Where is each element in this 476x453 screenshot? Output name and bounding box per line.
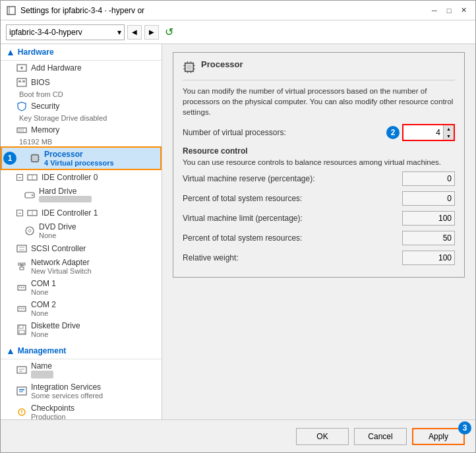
cpu-icon: [30, 153, 40, 164]
management-label: Management: [18, 346, 66, 355]
processor-sub: 4 Virtual processors: [44, 159, 114, 167]
integration-label: Integration Services: [31, 382, 103, 392]
hard-drive-sub: [39, 196, 92, 204]
sidebar-item-scsi[interactable]: SCSI Controller: [1, 241, 162, 256]
relative-weight-input[interactable]: [402, 251, 455, 265]
maximize-button[interactable]: □: [442, 4, 456, 17]
security-label: Security: [31, 102, 59, 111]
vm-reserve-input[interactable]: [402, 171, 455, 186]
network-sub: New Virtual Switch: [31, 267, 92, 275]
ide1-expand-icon: −: [16, 210, 23, 216]
close-button[interactable]: ✕: [457, 4, 470, 17]
nav-forward-button[interactable]: ▶: [144, 25, 159, 40]
com2-icon: [16, 303, 27, 314]
cpu-section-icon: [183, 61, 196, 74]
sidebar-item-security[interactable]: Security: [1, 99, 162, 113]
sidebar-item-com2[interactable]: COM 2 None: [1, 298, 162, 319]
checkpoints-sub: Production: [31, 413, 74, 419]
resource-control-desc: You can use resource controls to balance…: [183, 158, 455, 166]
svg-rect-50: [17, 367, 26, 373]
virtual-processors-row: Number of virtual processors: 2 ▲ ▼: [183, 124, 455, 141]
apply-wrapper: 3 Apply: [412, 428, 465, 445]
sidebar-item-ide0[interactable]: − IDE Controller 0: [1, 170, 162, 185]
title-bar: Settings for ipfabric-3-4 · -hyperv or ─…: [1, 1, 475, 20]
svg-point-41: [21, 287, 22, 288]
sidebar-item-dvd[interactable]: DVD Drive None: [1, 220, 162, 241]
sidebar-item-network[interactable]: Network Adapter New Virtual Switch: [1, 256, 162, 277]
hardware-expand-icon: ▲: [6, 47, 15, 57]
sidebar-item-ide1[interactable]: − IDE Controller 1: [1, 206, 162, 220]
sidebar-item-diskette[interactable]: Diskette Drive None: [1, 319, 162, 340]
svg-rect-8: [17, 128, 26, 133]
apply-badge: 3: [458, 421, 471, 435]
diskette-label: Diskette Drive: [31, 321, 80, 330]
com1-icon: [16, 282, 27, 293]
minimize-button[interactable]: ─: [428, 4, 441, 17]
ide1-icon: [27, 208, 38, 218]
pct-total-2-row: Percent of total system resources:: [183, 231, 455, 245]
floppy-icon: [16, 324, 27, 335]
vm-limit-input[interactable]: [402, 211, 455, 226]
title-bar-buttons: ─ □ ✕: [428, 4, 470, 17]
processor-description: You can modify the number of virtual pro…: [183, 86, 455, 117]
nav-back-button[interactable]: ◀: [127, 25, 142, 40]
sidebar-item-hard-drive[interactable]: Hard Drive: [1, 185, 162, 206]
svg-point-29: [28, 229, 31, 232]
management-expand-icon: ▲: [6, 346, 15, 356]
settings-icon: [6, 5, 16, 16]
ok-button[interactable]: OK: [296, 428, 349, 445]
checkpoint-icon: [16, 407, 27, 417]
svg-point-46: [23, 308, 24, 309]
com1-label: COM 1: [31, 279, 56, 288]
pct-total-2-input[interactable]: [402, 231, 455, 245]
cancel-button[interactable]: Cancel: [354, 428, 407, 445]
spin-wrapper: 2 ▲ ▼: [402, 124, 455, 141]
name-sub: [31, 371, 53, 378]
ide0-label: IDE Controller 0: [42, 173, 98, 182]
resource-control-title: Resource control: [183, 146, 455, 156]
relative-weight-row: Relative weight:: [183, 251, 455, 265]
svg-rect-62: [187, 65, 192, 70]
name-icon: [16, 365, 27, 375]
spin-badge: 2: [386, 126, 400, 139]
pct-total-1-input[interactable]: [402, 191, 455, 206]
svg-rect-6: [18, 80, 21, 82]
shield-icon: [16, 101, 27, 111]
diskette-sub: None: [31, 330, 80, 338]
apply-button[interactable]: Apply: [412, 428, 465, 445]
sidebar-item-com1[interactable]: COM 1 None: [1, 277, 162, 298]
sidebar-item-bios[interactable]: BIOS: [1, 75, 162, 90]
memory-icon: [16, 125, 27, 135]
sidebar-item-integration[interactable]: Integration Services Some services offer…: [1, 380, 162, 402]
com1-sub: None: [31, 288, 56, 296]
virtual-processors-input[interactable]: [403, 125, 443, 140]
sidebar-item-name[interactable]: Name: [1, 359, 162, 380]
sidebar-item-processor[interactable]: 1 Processor 4 Virtual processors: [1, 146, 162, 170]
title-bar-left: Settings for ipfabric-3-4 · -hyperv or: [6, 5, 144, 16]
spin-up-button[interactable]: ▲: [443, 125, 454, 133]
toolbar: ipfabric-3-4-0-hyperv ▾ ◀ ▶ ↺: [1, 20, 475, 44]
scsi-label: SCSI Controller: [31, 244, 86, 253]
hardware-section-header: ▲ Hardware: [1, 44, 162, 61]
svg-rect-48: [19, 325, 23, 328]
virtual-processors-spinbox[interactable]: ▲ ▼: [402, 124, 455, 141]
memory-sub: 16192 MB: [1, 137, 162, 146]
pct-total-1-row: Percent of total system resources:: [183, 191, 455, 206]
refresh-button[interactable]: ↺: [162, 25, 176, 40]
spin-down-button[interactable]: ▼: [443, 133, 454, 140]
resource-control-box: Resource control You can use resource co…: [183, 146, 455, 265]
pct-total-2-label: Percent of total system resources:: [183, 233, 402, 243]
main-content: ▲ Hardware Add Hardware BIOS Boot from C…: [1, 44, 475, 419]
hdd-icon: [24, 190, 35, 200]
right-panel: Processor You can modify the number of v…: [162, 44, 475, 419]
services-icon: [16, 386, 27, 396]
management-section-header: ▲ Management: [1, 343, 162, 359]
com2-sub: None: [31, 309, 56, 317]
sidebar-item-memory[interactable]: Memory: [1, 123, 162, 137]
integration-sub: Some services offered: [31, 392, 103, 400]
sidebar-item-checkpoints[interactable]: Checkpoints Production: [1, 402, 162, 419]
sidebar-item-add-hardware[interactable]: Add Hardware: [1, 61, 162, 75]
dvd-label: DVD Drive: [39, 222, 76, 231]
bios-label: BIOS: [31, 78, 50, 87]
vm-dropdown[interactable]: ipfabric-3-4-0-hyperv ▾: [6, 24, 125, 40]
